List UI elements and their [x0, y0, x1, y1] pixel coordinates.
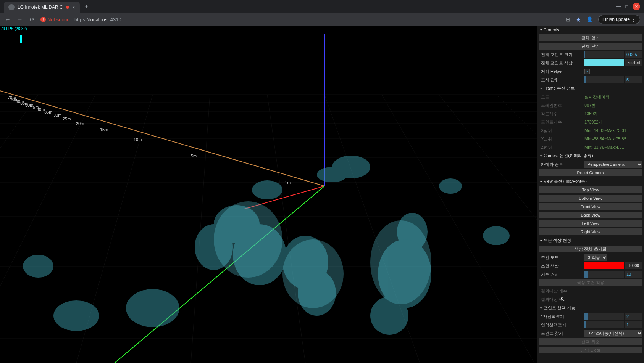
display-unit-slider[interactable] — [584, 76, 624, 83]
forward-icon[interactable]: → — [16, 16, 24, 23]
section-camera[interactable]: Camera 옵션(카메라 종류) — [537, 151, 644, 160]
distance-label: 30m — [53, 113, 61, 117]
install-icon[interactable]: ⊞ — [566, 16, 570, 22]
distance-label: 5m — [191, 154, 197, 158]
section-controls[interactable]: Controls — [537, 26, 644, 34]
distance-label: 25m — [63, 117, 71, 121]
scene-svg — [0, 26, 537, 363]
display-unit-label: 표시 단위 — [539, 77, 584, 83]
minimize-icon[interactable]: — — [616, 4, 621, 9]
y-range-value: Min:-58.54~Max:75.85 — [584, 137, 626, 141]
window-close-icon[interactable]: × — [633, 3, 640, 10]
frame-no-value: 807번 — [584, 103, 596, 108]
point-color-swatch[interactable] — [584, 59, 624, 66]
section-point-select[interactable]: 포인트 선택 기능 — [537, 304, 644, 312]
bookmark-star-icon[interactable]: ★ — [576, 16, 581, 23]
angle-count-value: 1359개 — [584, 111, 598, 117]
single-size-input[interactable] — [625, 313, 642, 320]
new-tab-button[interactable]: + — [80, 3, 93, 11]
point-color-value[interactable]: 6ce1ed — [625, 59, 642, 66]
reload-icon[interactable]: ⟳ — [28, 16, 36, 23]
left-view-button[interactable]: Left View — [539, 220, 642, 227]
back-icon[interactable]: ← — [4, 16, 11, 23]
tab-close-icon[interactable]: × — [72, 4, 75, 10]
base-distance-slider[interactable] — [584, 271, 624, 278]
profile-icon[interactable]: 👤 — [586, 16, 593, 22]
svg-point-31 — [53, 300, 99, 331]
fps-graph — [1, 32, 24, 43]
point-color-label: 전체 포인트 색상 — [539, 60, 584, 66]
svg-point-20 — [317, 167, 347, 182]
area-size-slider[interactable] — [584, 321, 624, 328]
point-size-input[interactable] — [625, 51, 642, 58]
url-field[interactable]: ! Not secure https://localhost:4310 — [40, 17, 561, 22]
svg-point-37 — [282, 239, 344, 308]
cancel-select-button[interactable]: 선택 취소 — [539, 338, 642, 345]
browser-tab[interactable]: LG Innotek MLiDAR C × — [4, 2, 80, 13]
url-bar: ← → ⟳ ! Not secure https://localhost:431… — [0, 13, 644, 26]
browser-chrome: LG Innotek MLiDAR C × + — □ × ← → ⟳ ! No… — [0, 0, 644, 26]
x-range-value: Min:-14.83~Max:73.01 — [584, 128, 626, 133]
single-size-slider[interactable] — [584, 313, 624, 320]
mode-value: 실시간데이터 — [584, 94, 610, 100]
svg-point-32 — [23, 255, 53, 278]
distance-label: 1m — [285, 180, 291, 185]
area-clear-button[interactable]: 영역 Clear — [539, 347, 642, 353]
svg-point-21 — [252, 180, 282, 199]
bottom-view-button[interactable]: Bottom View — [539, 195, 642, 202]
recording-icon — [66, 6, 69, 9]
camera-type-select[interactable]: PerspectiveCamera — [584, 161, 642, 168]
tab-bar: LG Innotek MLiDAR C × + — □ × — [0, 0, 644, 13]
svg-point-34 — [483, 226, 510, 245]
url-text: https://localhost:4310 — [74, 17, 121, 22]
section-frame-info[interactable]: Frame 수신 정보 — [537, 84, 644, 93]
reset-camera-button[interactable]: Reset Camera — [539, 169, 642, 176]
display-unit-input[interactable] — [625, 76, 642, 83]
distance-label: 10m — [134, 137, 142, 142]
front-view-button[interactable]: Front View — [539, 203, 642, 210]
distance-label: 15m — [100, 127, 108, 132]
finish-update-button[interactable]: Finish update ⋮ — [598, 15, 640, 24]
distance-label: 70m — [8, 95, 16, 100]
distance-label: 20m — [76, 121, 84, 126]
condition-color-value[interactable]: ff0000 — [625, 262, 642, 269]
maximize-icon[interactable]: □ — [624, 4, 629, 9]
point-size-slider[interactable] — [584, 51, 624, 58]
top-view-button[interactable]: Top View — [539, 186, 642, 193]
svg-point-36 — [370, 220, 431, 304]
svg-line-10 — [0, 95, 38, 363]
svg-point-33 — [439, 178, 462, 194]
reset-all-color-button[interactable]: 색상 전체 초기화 — [539, 246, 642, 252]
tab-favicon — [8, 4, 15, 10]
menu-dots-icon: ⋮ — [631, 17, 636, 22]
close-all-button[interactable]: 전체 닫기 — [539, 43, 642, 50]
back-view-button[interactable]: Back View — [539, 212, 642, 218]
base-distance-input[interactable] — [625, 271, 642, 278]
area-size-input[interactable] — [625, 321, 642, 328]
condition-color-swatch[interactable] — [584, 262, 624, 269]
warning-icon: ! — [40, 17, 46, 22]
window-controls: — □ × — [616, 3, 644, 10]
distance-helper-checkbox[interactable] — [584, 69, 590, 74]
point-size-label: 전체 포인트 크기 — [539, 52, 584, 58]
control-panel: Controls 전체 열기 전체 닫기 전체 포인트 크기 전체 포인트 색상… — [537, 26, 644, 363]
svg-point-30 — [126, 289, 179, 327]
tab-title: LG Innotek MLiDAR C — [18, 5, 63, 10]
fps-counter: 79 FPS (28-82) — [1, 27, 27, 43]
z-range-value: Min:-31.76~Max:4.61 — [584, 145, 624, 149]
condition-mode-select[interactable]: 미적용 — [584, 254, 607, 261]
section-color-change[interactable]: 부분 색상 변경 — [537, 236, 644, 245]
not-secure-badge[interactable]: ! Not secure — [40, 17, 71, 22]
point-count-value: 173952개 — [584, 119, 603, 125]
apply-color-button[interactable]: 색상 조건 적용 — [539, 279, 642, 286]
section-view[interactable]: View 옵션 (Top/Font등) — [537, 177, 644, 186]
distance-helper-label: 거리 Helper — [539, 69, 584, 74]
open-all-button[interactable]: 전체 열기 — [539, 34, 642, 41]
right-view-button[interactable]: Right View — [539, 228, 642, 235]
distance-label: 35m — [44, 110, 52, 114]
svg-point-35 — [214, 201, 282, 278]
find-point-select[interactable]: 마우스이동(미선택) — [584, 330, 642, 337]
